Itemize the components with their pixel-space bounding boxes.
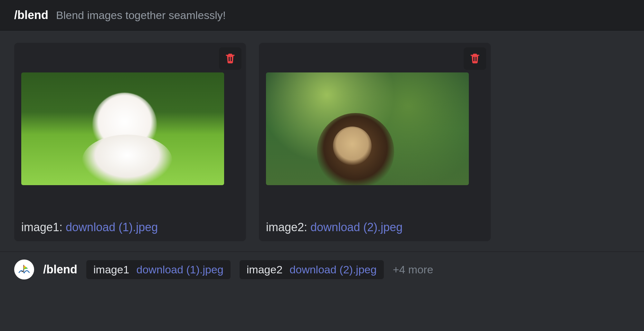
attachment-param-name: image1: [21,221,62,234]
param-pill-image2[interactable]: image2 download (2).jpeg [240,260,384,279]
param-pill-image1[interactable]: image1 download (1).jpeg [86,260,231,279]
attachment-card-image2: image2: download (2).jpeg [259,43,491,241]
attachment-area: image1: download (1).jpeg image2: downlo… [0,31,644,252]
attachment-thumbnail[interactable] [21,72,224,185]
command-header: /blend Blend images together seamlessly! [0,0,644,31]
command-input-bar[interactable]: /blend image1 download (1).jpeg image2 d… [0,252,644,292]
attachment-filename[interactable]: download (2).jpeg [310,221,402,234]
bot-avatar[interactable] [14,260,34,279]
param-value: download (2).jpeg [289,263,376,276]
trash-icon [224,52,237,66]
input-command-name: /blend [43,263,77,276]
midjourney-logo-icon [17,262,31,277]
command-name: /blend [14,8,48,22]
delete-button[interactable] [219,47,242,70]
attachment-thumbnail[interactable] [266,72,469,185]
delete-button[interactable] [464,47,486,70]
more-params-hint[interactable]: +4 more [393,263,433,276]
attachment-label: image2: download (2).jpeg [266,221,484,234]
param-name: image2 [247,263,283,276]
trash-icon [469,52,481,66]
attachment-card-image1: image1: download (1).jpeg [14,43,246,241]
attachment-param-name: image2: [266,221,307,234]
param-value: download (1).jpeg [137,263,223,276]
param-name: image1 [93,263,129,276]
attachment-label: image1: download (1).jpeg [21,221,239,234]
command-description: Blend images together seamlessly! [56,9,226,22]
attachment-filename[interactable]: download (1).jpeg [66,221,158,234]
